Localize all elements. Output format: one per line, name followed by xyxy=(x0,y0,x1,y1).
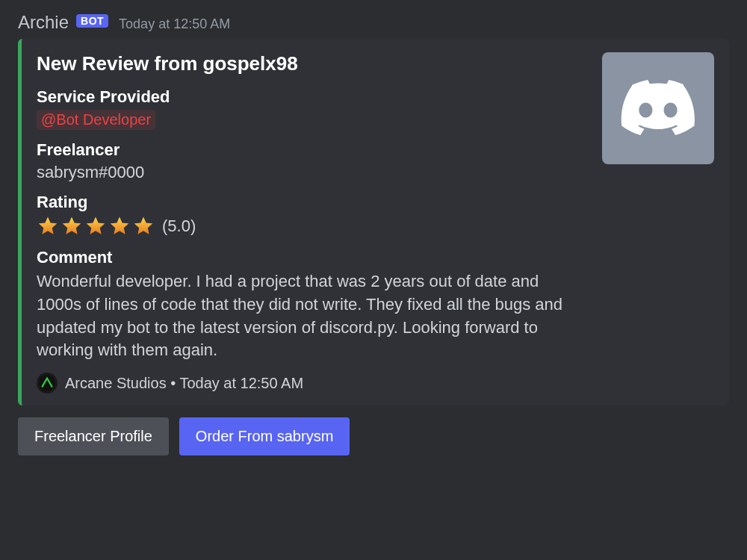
comment-field: Comment Wonderful developer. I had a pro… xyxy=(37,248,587,362)
embed-thumbnail xyxy=(602,52,714,164)
role-mention[interactable]: @Bot Developer xyxy=(37,110,155,130)
freelancer-profile-button[interactable]: Freelancer Profile xyxy=(18,417,169,455)
star-icon xyxy=(132,215,155,237)
rating-stars: (5.0) xyxy=(37,215,587,237)
service-label: Service Provided xyxy=(37,87,587,107)
rating-field: Rating (5.0) xyxy=(37,193,587,237)
embed-title: New Review from gospelx98 xyxy=(37,52,587,75)
comment-label: Comment xyxy=(37,248,587,267)
bot-badge: BOT xyxy=(76,14,108,28)
arcane-studios-icon xyxy=(37,373,58,393)
star-icon xyxy=(108,215,131,237)
embed-footer: Arcane Studios • Today at 12:50 AM xyxy=(37,373,587,393)
rating-label: Rating xyxy=(37,193,587,212)
star-icon xyxy=(37,215,59,237)
comment-text: Wonderful developer. I had a project tha… xyxy=(37,270,587,362)
freelancer-label: Freelancer xyxy=(37,140,587,160)
action-buttons: Freelancer Profile Order From sabrysm xyxy=(18,417,729,455)
embed-content: New Review from gospelx98 Service Provid… xyxy=(37,52,587,393)
rating-value: (5.0) xyxy=(162,217,196,236)
freelancer-value: sabrysm#0000 xyxy=(37,163,587,182)
discord-message: Archie BOT Today at 12:50 AM New Review … xyxy=(0,0,747,464)
message-timestamp: Today at 12:50 AM xyxy=(119,16,230,32)
star-icon xyxy=(61,215,83,237)
message-header: Archie BOT Today at 12:50 AM xyxy=(18,12,729,33)
service-field: Service Provided @Bot Developer xyxy=(37,87,587,130)
author-name[interactable]: Archie xyxy=(18,12,69,33)
discord-logo-icon xyxy=(621,79,695,137)
footer-text: Arcane Studios • Today at 12:50 AM xyxy=(65,375,303,392)
freelancer-field: Freelancer sabrysm#0000 xyxy=(37,140,587,182)
review-embed: New Review from gospelx98 Service Provid… xyxy=(18,39,729,405)
order-button[interactable]: Order From sabrysm xyxy=(179,417,350,455)
star-icon xyxy=(84,215,107,237)
